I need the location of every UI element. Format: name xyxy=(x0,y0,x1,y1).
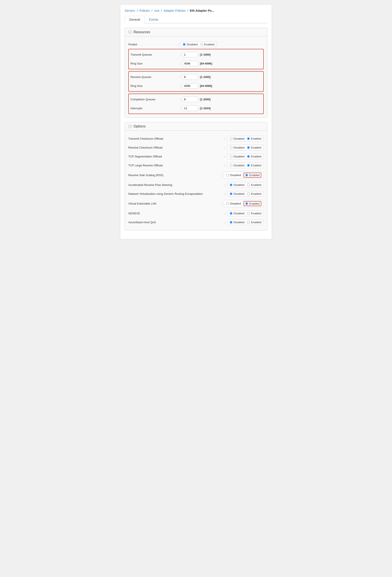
azurestack-disabled[interactable]: Disabled xyxy=(230,221,245,224)
azurestack-enabled[interactable]: Enabled xyxy=(247,221,261,224)
tcp-large-receive-enabled[interactable]: Enabled xyxy=(247,164,261,167)
rss-disabled-radio[interactable] xyxy=(226,174,229,177)
pooled-enabled-option[interactable]: Enabled xyxy=(200,43,215,46)
pooled-label: Pooled xyxy=(128,43,176,46)
transmit-ring-size-range: [64-4096] xyxy=(200,62,212,65)
tab-general[interactable]: General xyxy=(125,16,145,23)
receive-checksum-disabled-radio[interactable] xyxy=(230,146,232,149)
receive-checksum-disabled[interactable]: Disabled xyxy=(230,146,245,149)
nvgre-disabled[interactable]: Disabled xyxy=(230,192,245,195)
geneve-radio-group: Disabled Enabled xyxy=(227,211,264,216)
receive-ring-size-input[interactable] xyxy=(183,83,198,89)
page-container: Servers / Policies / root / Adapter Poli… xyxy=(120,4,272,239)
arfs-disabled-radio[interactable] xyxy=(230,183,232,186)
breadcrumb-current: Eth Adapter Po... xyxy=(190,9,214,12)
geneve-enabled-radio[interactable] xyxy=(247,212,250,215)
breadcrumb-adapter-policies[interactable]: Adapter Policies xyxy=(164,9,186,12)
receive-queues-label: Receive Queues xyxy=(131,75,178,79)
azurestack-radio-group: Disabled Enabled xyxy=(227,219,264,225)
vxlan-disabled[interactable]: Disabled xyxy=(226,202,241,205)
transmit-checksum-disabled[interactable]: Disabled xyxy=(230,137,245,140)
transmit-checksum-enabled-radio[interactable] xyxy=(247,137,250,140)
transmit-checksum-row: Transmit Checksum Offload : Disabled Ena… xyxy=(128,134,264,143)
receive-checksum-enabled[interactable]: Enabled xyxy=(247,146,261,149)
nvgre-disabled-radio[interactable] xyxy=(230,192,232,195)
rss-row: Receive Side Scaling (RSS) : Disabled En… xyxy=(128,170,264,180)
transmit-queues-row: Transmit Queues : [1-1000] xyxy=(131,50,261,59)
tcp-large-receive-radio-group: Disabled Enabled xyxy=(227,163,264,168)
breadcrumb-root[interactable]: root xyxy=(154,9,159,12)
azurestack-enabled-radio[interactable] xyxy=(247,221,250,224)
breadcrumb-policies[interactable]: Policies xyxy=(139,9,150,12)
tcp-large-receive-disabled[interactable]: Disabled xyxy=(230,164,245,167)
resources-section-header: − Resources xyxy=(125,28,267,36)
transmit-checksum-enabled[interactable]: Enabled xyxy=(247,137,261,140)
options-collapse-icon[interactable]: − xyxy=(128,125,132,128)
tcp-segmentation-row: TCP Segmentation Offload : Disabled Enab… xyxy=(128,152,264,161)
receive-queues-value: [1-1000] xyxy=(183,74,211,80)
receive-queues-input[interactable] xyxy=(183,74,198,80)
nvgre-enabled-radio[interactable] xyxy=(247,192,250,195)
receive-checksum-label: Receive Checksum Offload xyxy=(128,146,223,149)
options-body: Transmit Checksum Offload : Disabled Ena… xyxy=(125,131,267,230)
tcp-segmentation-enabled[interactable]: Enabled xyxy=(247,155,261,158)
geneve-enabled[interactable]: Enabled xyxy=(247,212,261,215)
transmit-ring-size-input[interactable] xyxy=(183,61,198,66)
tcp-segmentation-disabled[interactable]: Disabled xyxy=(230,155,245,158)
transmit-ring-size-label: Ring Size xyxy=(131,62,178,65)
transmit-checksum-label: Transmit Checksum Offload xyxy=(128,137,223,140)
pooled-disabled-radio[interactable] xyxy=(183,43,186,46)
azurestack-disabled-radio[interactable] xyxy=(230,221,232,224)
transmit-checksum-radio-group: Disabled Enabled xyxy=(227,136,264,141)
vxlan-disabled-radio[interactable] xyxy=(226,202,229,205)
rss-disabled[interactable]: Disabled xyxy=(226,174,241,177)
pooled-radio-group: Disabled Enabled xyxy=(180,42,217,47)
receive-ring-size-label: Ring Size xyxy=(131,84,178,87)
breadcrumb-servers[interactable]: Servers xyxy=(125,9,135,12)
rss-radio-group: Disabled Enabled xyxy=(224,172,264,179)
rss-enabled[interactable]: Enabled xyxy=(244,173,261,178)
azurestack-label: AzureStack-Host QoS xyxy=(128,221,223,224)
nvgre-row: Network Virtualization using Generic Rou… xyxy=(128,189,264,198)
pooled-enabled-radio[interactable] xyxy=(200,43,203,46)
tabs: General Events xyxy=(125,16,267,23)
tcp-large-receive-row: TCP Large Receive Offload : Disabled Ena… xyxy=(128,161,264,170)
interrupts-value: [1-1024] xyxy=(183,106,211,111)
interrupts-input[interactable] xyxy=(183,106,198,111)
geneve-disabled-radio[interactable] xyxy=(230,212,232,215)
tcp-large-receive-enabled-radio[interactable] xyxy=(247,164,250,167)
vxlan-label: Virtual Extensible LAN xyxy=(128,202,219,205)
completion-queues-label: Completion Queues xyxy=(131,98,178,101)
nvgre-radio-group: Disabled Enabled xyxy=(227,191,264,197)
completion-queues-input[interactable] xyxy=(183,97,198,102)
resources-collapse-icon[interactable]: − xyxy=(128,30,132,34)
completion-queues-value: [1-2000] xyxy=(183,97,211,102)
arfs-label: Accelerated Receive Flow Steering xyxy=(128,183,223,186)
geneve-disabled[interactable]: Disabled xyxy=(230,212,245,215)
arfs-enabled-radio[interactable] xyxy=(247,183,250,186)
geneve-label: GENEVE xyxy=(128,212,223,215)
nvgre-label: Network Virtualization using Generic Rou… xyxy=(128,192,223,195)
pooled-disabled-option[interactable]: Disabled xyxy=(183,43,198,46)
transmit-queues-input[interactable] xyxy=(183,52,198,57)
arfs-disabled[interactable]: Disabled xyxy=(230,183,245,186)
receive-checksum-enabled-radio[interactable] xyxy=(247,146,250,149)
resources-title: Resources xyxy=(133,30,150,34)
rss-enabled-radio[interactable] xyxy=(245,174,248,177)
transmit-ring-size-value: [64-4096] xyxy=(183,61,212,66)
tcp-segmentation-disabled-radio[interactable] xyxy=(230,155,232,158)
transmit-checksum-disabled-radio[interactable] xyxy=(230,137,232,140)
interrupts-range: [1-1024] xyxy=(200,107,211,110)
vxlan-radio-group: Disabled Enabled xyxy=(224,200,264,207)
vxlan-enabled-radio[interactable] xyxy=(245,202,248,205)
arfs-row: Accelerated Receive Flow Steering : Disa… xyxy=(128,180,264,189)
rss-label: Receive Side Scaling (RSS) xyxy=(128,174,219,177)
receive-ring-size-value: [64-4096] xyxy=(183,83,212,89)
tcp-large-receive-disabled-radio[interactable] xyxy=(230,164,232,167)
nvgre-enabled[interactable]: Enabled xyxy=(247,192,261,195)
tab-events[interactable]: Events xyxy=(145,16,163,23)
vxlan-enabled[interactable]: Enabled xyxy=(244,201,261,206)
resources-section: − Resources Pooled : Disabled Enabled xyxy=(125,28,267,118)
tcp-segmentation-enabled-radio[interactable] xyxy=(247,155,250,158)
arfs-enabled[interactable]: Enabled xyxy=(247,183,261,186)
